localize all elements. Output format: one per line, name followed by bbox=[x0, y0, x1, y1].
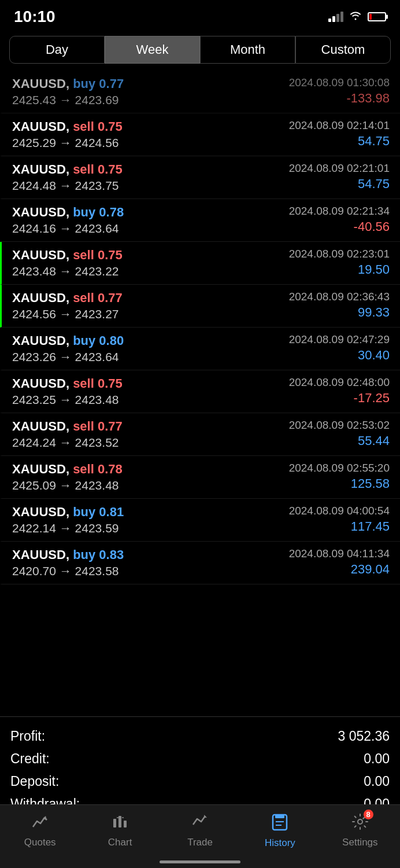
trade-right: 2024.08.09 02:21:34 -40.56 bbox=[289, 205, 390, 234]
history-tab-label: History bbox=[265, 837, 295, 849]
trade-right: 2024.08.09 02:53:02 55.44 bbox=[289, 419, 390, 448]
chart-tab-label: Chart bbox=[108, 837, 132, 848]
battery-icon bbox=[368, 12, 386, 21]
trade-left: XAUUSD, sell 0.77 2424.24 → 2423.52 bbox=[12, 419, 123, 450]
trade-pnl: 30.40 bbox=[358, 348, 390, 363]
quotes-tab-label: Quotes bbox=[24, 837, 56, 848]
trade-date: 2024.08.09 02:21:34 bbox=[289, 205, 390, 218]
trade-row: XAUUSD, buy 0.78 2424.16 → 2423.64 2024.… bbox=[0, 199, 400, 242]
status-time: 10:10 bbox=[14, 8, 55, 26]
profit-label: Profit: bbox=[10, 729, 45, 744]
trade-right: 2024.08.09 04:11:34 239.04 bbox=[289, 547, 390, 577]
trade-row: XAUUSD, buy 0.77 2425.43 → 2423.69 2024.… bbox=[0, 71, 400, 113]
history-icon bbox=[271, 812, 289, 835]
trade-symbol: XAUUSD, sell 0.77 bbox=[12, 290, 123, 306]
status-bar: 10:10 bbox=[0, 0, 400, 31]
trade-pnl: 125.58 bbox=[351, 476, 390, 491]
trade-date: 2024.08.09 04:11:34 bbox=[289, 547, 390, 560]
trade-prices: 2425.29 → 2424.56 bbox=[12, 136, 123, 150]
wifi-icon bbox=[349, 11, 362, 23]
tab-bar: Quotes Chart Trade bbox=[0, 804, 400, 868]
credit-value: 0.00 bbox=[364, 751, 390, 767]
svg-rect-3 bbox=[124, 821, 127, 827]
trade-symbol: XAUUSD, sell 0.75 bbox=[12, 119, 123, 134]
trade-right: 2024.08.09 01:30:08 -133.98 bbox=[289, 76, 390, 106]
trade-symbol: XAUUSD, buy 0.83 bbox=[12, 547, 124, 562]
trade-right: 2024.08.09 04:00:54 117.45 bbox=[289, 505, 390, 534]
trade-left: XAUUSD, buy 0.83 2420.70 → 2423.58 bbox=[12, 547, 124, 578]
trade-symbol: XAUUSD, sell 0.78 bbox=[12, 462, 123, 477]
trade-date: 2024.08.09 02:48:00 bbox=[289, 376, 390, 389]
tab-quotes[interactable]: Quotes bbox=[0, 813, 80, 848]
trade-right: 2024.08.09 02:14:01 54.75 bbox=[289, 119, 390, 149]
signal-icon bbox=[328, 12, 343, 22]
trade-row: XAUUSD, sell 0.75 2423.48 → 2423.22 2024… bbox=[0, 242, 400, 285]
svg-rect-8 bbox=[275, 815, 284, 818]
trade-row: XAUUSD, buy 0.81 2422.14 → 2423.59 2024.… bbox=[0, 499, 400, 542]
trade-row: XAUUSD, sell 0.75 2423.25 → 2423.48 2024… bbox=[0, 370, 400, 413]
trade-pnl: -133.98 bbox=[346, 91, 390, 106]
deposit-row: Deposit: 0.00 bbox=[10, 770, 390, 793]
trade-left: XAUUSD, sell 0.75 2423.25 → 2423.48 bbox=[12, 376, 123, 407]
trade-row: XAUUSD, sell 0.78 2425.09 → 2423.48 2024… bbox=[0, 456, 400, 499]
trade-pnl: 55.44 bbox=[358, 433, 390, 448]
trade-prices: 2424.24 → 2423.52 bbox=[12, 436, 123, 450]
trade-symbol: XAUUSD, buy 0.77 bbox=[12, 76, 124, 91]
trade-date: 2024.08.09 02:47:29 bbox=[289, 333, 390, 346]
trade-row: XAUUSD, buy 0.83 2420.70 → 2423.58 2024.… bbox=[0, 542, 400, 584]
deposit-value: 0.00 bbox=[364, 774, 390, 789]
tab-chart[interactable]: Chart bbox=[80, 813, 160, 848]
tab-settings[interactable]: 8 Settings bbox=[320, 813, 400, 848]
trade-left: XAUUSD, sell 0.75 2424.48 → 2423.75 bbox=[12, 162, 123, 193]
trade-symbol: XAUUSD, sell 0.77 bbox=[12, 419, 123, 434]
trade-left: XAUUSD, buy 0.78 2424.16 → 2423.64 bbox=[12, 205, 124, 236]
trade-left: XAUUSD, sell 0.75 2425.29 → 2424.56 bbox=[12, 119, 123, 150]
profit-row: Profit: 3 052.36 bbox=[10, 725, 390, 748]
period-day-button[interactable]: Day bbox=[9, 36, 105, 64]
trade-prices: 2424.56 → 2423.27 bbox=[12, 307, 123, 321]
period-custom-button[interactable]: Custom bbox=[295, 36, 391, 64]
svg-rect-1 bbox=[113, 819, 116, 827]
trade-row: XAUUSD, sell 0.75 2424.48 → 2423.75 2024… bbox=[0, 156, 400, 199]
svg-marker-6 bbox=[204, 815, 207, 818]
trade-prices: 2423.25 → 2423.48 bbox=[12, 393, 123, 407]
trade-date: 2024.08.09 02:55:20 bbox=[289, 462, 390, 475]
trade-date: 2024.08.09 02:36:43 bbox=[289, 290, 390, 303]
tab-history[interactable]: History bbox=[240, 812, 320, 849]
period-month-button[interactable]: Month bbox=[200, 36, 295, 64]
svg-rect-2 bbox=[118, 816, 121, 827]
trade-row: XAUUSD, buy 0.80 2423.26 → 2423.64 2024.… bbox=[0, 328, 400, 370]
tab-trade[interactable]: Trade bbox=[160, 813, 240, 848]
settings-tab-label: Settings bbox=[342, 837, 377, 848]
trade-row: XAUUSD, sell 0.75 2425.29 → 2424.56 2024… bbox=[0, 113, 400, 156]
trade-date: 2024.08.09 01:30:08 bbox=[289, 76, 390, 89]
status-icons bbox=[328, 11, 386, 23]
trade-left: XAUUSD, sell 0.78 2425.09 → 2423.48 bbox=[12, 462, 123, 492]
trade-left: XAUUSD, buy 0.77 2425.43 → 2423.69 bbox=[12, 76, 124, 107]
trade-symbol: XAUUSD, sell 0.75 bbox=[12, 376, 123, 391]
settings-badge: 8 bbox=[364, 810, 373, 819]
trade-right: 2024.08.09 02:36:43 99.33 bbox=[289, 290, 390, 320]
trade-date: 2024.08.09 04:00:54 bbox=[289, 505, 390, 517]
trade-row: XAUUSD, sell 0.77 2424.56 → 2423.27 2024… bbox=[0, 285, 400, 328]
chart-icon bbox=[112, 813, 129, 834]
trade-symbol: XAUUSD, buy 0.80 bbox=[12, 333, 124, 348]
profit-value: 3 052.36 bbox=[338, 729, 390, 744]
trade-date: 2024.08.09 02:53:02 bbox=[289, 419, 390, 432]
trade-prices: 2425.09 → 2423.48 bbox=[12, 479, 123, 492]
deposit-label: Deposit: bbox=[10, 774, 59, 789]
trade-right: 2024.08.09 02:23:01 19.50 bbox=[289, 248, 390, 277]
trade-left: XAUUSD, buy 0.81 2422.14 → 2423.59 bbox=[12, 505, 124, 535]
trade-right: 2024.08.09 02:55:20 125.58 bbox=[289, 462, 390, 491]
trade-left: XAUUSD, sell 0.77 2424.56 → 2423.27 bbox=[12, 290, 123, 321]
trade-prices: 2423.48 → 2423.22 bbox=[12, 264, 123, 278]
trade-row: XAUUSD, sell 0.77 2424.24 → 2423.52 2024… bbox=[0, 413, 400, 456]
home-indicator bbox=[160, 860, 240, 863]
quotes-icon bbox=[31, 813, 49, 834]
trade-list: XAUUSD, buy 0.77 2425.43 → 2423.69 2024.… bbox=[0, 71, 400, 716]
trade-date: 2024.08.09 02:23:01 bbox=[289, 248, 390, 260]
trade-prices: 2420.70 → 2423.58 bbox=[12, 564, 124, 578]
trade-pnl: 117.45 bbox=[351, 519, 390, 534]
credit-row: Credit: 0.00 bbox=[10, 748, 390, 770]
period-week-button[interactable]: Week bbox=[105, 36, 200, 64]
